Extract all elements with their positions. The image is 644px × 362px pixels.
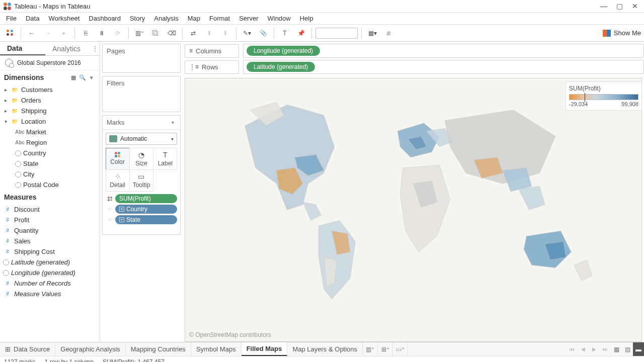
next-tab-button[interactable]: ▶ — [589, 342, 600, 356]
detail-pill-icon[interactable]: ⁘ — [106, 206, 114, 213]
find-icon[interactable]: 🔍 — [78, 74, 87, 81]
new-datasource-button[interactable]: ⎘ — [78, 27, 93, 40]
field-number-of-records[interactable]: #Number of Records — [0, 278, 100, 289]
group-button[interactable]: 📎 — [256, 27, 270, 40]
color-mark-button[interactable]: Color — [106, 148, 130, 170]
new-worksheet-tab[interactable]: ▥⁺ — [363, 342, 378, 356]
pin-button[interactable]: 📌 — [294, 27, 308, 40]
visualization[interactable]: © OpenStreetMap contributors — [185, 78, 642, 342]
field-state[interactable]: State — [0, 158, 100, 169]
field-measure-values[interactable]: #Measure Values — [0, 289, 100, 299]
field-orders[interactable]: ▸📁Orders — [0, 95, 100, 106]
rows-pill[interactable]: Latitude (generated) — [247, 62, 315, 72]
close-button[interactable]: ✕ — [632, 2, 638, 10]
sheet-tab-mapping-countries[interactable]: Mapping Countries — [126, 342, 191, 356]
label-mark-button[interactable]: T Label — [153, 148, 177, 170]
clear-button[interactable]: ⌫ — [165, 27, 179, 40]
field-country[interactable]: Country — [0, 148, 100, 158]
field-city[interactable]: City — [0, 169, 100, 179]
detail-pill-icon[interactable]: ⁘ — [106, 216, 114, 223]
prev-tab-button[interactable]: ◀ — [578, 342, 589, 356]
new-story-tab[interactable]: ▭⁺ — [393, 342, 408, 356]
menu-window[interactable]: Window — [263, 14, 294, 23]
menu-server[interactable]: Server — [235, 14, 262, 23]
detail-mark-button[interactable]: ⁘ Detail — [106, 169, 130, 192]
data-pane-menu-icon[interactable]: ⋮ — [91, 42, 100, 55]
sheet-tab-filled-maps[interactable]: Filled Maps — [242, 342, 288, 356]
dimensions-menu-icon[interactable]: ▾ — [88, 74, 96, 81]
field-sales[interactable]: #Sales — [0, 236, 100, 246]
present-button[interactable]: ⎚ — [381, 27, 395, 40]
color-pill-icon[interactable] — [106, 195, 114, 202]
last-tab-button[interactable]: ⏭ — [600, 342, 611, 356]
menu-format[interactable]: Format — [205, 14, 234, 23]
redo-button[interactable]: → — [41, 27, 55, 40]
color-legend[interactable]: SUM(Profit) -29,034 99,908 — [566, 81, 642, 111]
refresh-button[interactable]: ⟳ — [111, 27, 125, 40]
minimize-button[interactable]: — — [600, 2, 607, 10]
pill-country[interactable]: +Country — [115, 205, 177, 214]
menu-analysis[interactable]: Analysis — [150, 14, 182, 23]
undo-button[interactable]: ← — [25, 27, 39, 40]
field-region[interactable]: AbcRegion — [0, 137, 100, 148]
menu-data[interactable]: Data — [22, 14, 43, 23]
datasource-item[interactable]: Global Superstore 2016 — [0, 56, 100, 70]
show-filmstrip-button[interactable]: ▤ — [622, 342, 633, 356]
filters-shelf[interactable]: Filters — [102, 76, 181, 112]
label-button[interactable]: T — [278, 27, 292, 40]
field-longitude-generated-[interactable]: Longitude (generated) — [0, 267, 100, 278]
analytics-tab[interactable]: Analytics — [45, 42, 91, 55]
new-worksheet-button[interactable]: ▥⁺ — [132, 27, 146, 40]
columns-pill[interactable]: Longitude (generated) — [247, 46, 320, 56]
swap-button[interactable]: ⇄ — [186, 27, 200, 40]
highlight-button[interactable]: ✎▾ — [240, 27, 254, 40]
pill-state[interactable]: +State — [115, 215, 177, 224]
maximize-button[interactable]: ▢ — [616, 2, 623, 10]
field-profit[interactable]: #Profit — [0, 215, 100, 225]
field-market[interactable]: AbcMarket — [0, 127, 100, 137]
sheet-tab-geographic-analysis[interactable]: Geographic Analysis — [55, 342, 126, 356]
show-tabs-button[interactable]: ▦ — [611, 342, 622, 356]
title-bar: Tableau - Maps in Tableau — ▢ ✕ — [0, 0, 644, 13]
first-tab-button[interactable]: ⏮ — [567, 342, 578, 356]
sort-asc-button[interactable]: ⬆ — [202, 27, 216, 40]
columns-shelf[interactable]: ≡Columns Longitude (generated) — [185, 44, 644, 58]
save-button[interactable]: ▫ — [57, 27, 71, 40]
fit-dropdown[interactable] — [315, 28, 358, 39]
data-source-tab[interactable]: ⊞ Data Source — [0, 342, 55, 356]
menu-file[interactable]: File — [2, 14, 21, 23]
pill-sum-profit-[interactable]: SUM(Profit) — [115, 194, 177, 203]
sort-desc-button[interactable]: ⬇ — [218, 27, 232, 40]
legend-max: 99,908 — [621, 101, 638, 107]
data-tab[interactable]: Data — [0, 42, 45, 55]
menu-help[interactable]: Help — [296, 14, 317, 23]
show-me-button[interactable]: Show Me — [603, 29, 641, 37]
duplicate-button[interactable]: ⿻ — [148, 27, 163, 40]
menu-worksheet[interactable]: Worksheet — [44, 14, 84, 23]
menu-story[interactable]: Story — [126, 14, 149, 23]
show-sheets-button[interactable]: ▬ — [633, 342, 644, 356]
field-customers[interactable]: ▸📁Customers — [0, 84, 100, 95]
field-shipping-cost[interactable]: #Shipping Cost — [0, 246, 100, 257]
menu-map[interactable]: Map — [184, 14, 204, 23]
rows-shelf[interactable]: ⋮≡Rows Latitude (generated) — [185, 60, 644, 74]
show-cards-button[interactable]: ▦▾ — [365, 27, 379, 40]
sheet-tab-map-layers-options[interactable]: Map Layers & Options — [287, 342, 363, 356]
size-mark-button[interactable]: ◔ Size — [129, 148, 153, 170]
field-quantity[interactable]: #Quantity — [0, 225, 100, 236]
new-dashboard-tab[interactable]: ⊞⁺ — [378, 342, 393, 356]
pause-updates-button[interactable]: ⏸ — [95, 27, 109, 40]
tooltip-mark-button[interactable]: ▭ Tooltip — [129, 169, 153, 192]
field-shipping[interactable]: ▸📁Shipping — [0, 106, 100, 116]
field-discount[interactable]: #Discount — [0, 204, 100, 215]
view-as-icon[interactable]: ▦ — [69, 74, 77, 81]
field-postal-code[interactable]: Postal Code — [0, 179, 100, 190]
mark-type-dropdown[interactable]: Automatic ▾ — [106, 133, 177, 145]
menu-dashboard[interactable]: Dashboard — [85, 14, 125, 23]
tableau-start-icon[interactable] — [3, 27, 17, 40]
marks-menu-icon[interactable]: ▾ — [172, 120, 174, 125]
sheet-tab-symbol-maps[interactable]: Symbol Maps — [191, 342, 242, 356]
pages-shelf[interactable]: Pages — [102, 44, 181, 73]
field-latitude-generated-[interactable]: Latitude (generated) — [0, 257, 100, 267]
field-location[interactable]: ▾📁Location — [0, 116, 100, 127]
